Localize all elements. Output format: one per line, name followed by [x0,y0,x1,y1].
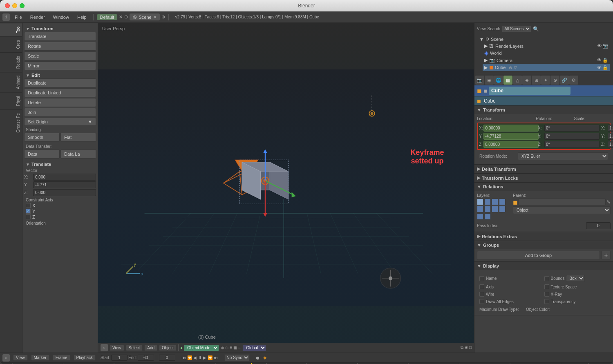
join-button[interactable]: Join [24,108,96,117]
scene-tab[interactable]: ◎ Scene ✕ [130,13,159,20]
layer-box-5[interactable] [477,206,483,212]
display-wire-checkbox[interactable] [479,292,484,297]
rot-y-input[interactable] [544,133,600,140]
parent-edit-icon[interactable]: ✎ [606,199,611,205]
loc-z-input[interactable] [483,141,539,148]
duplicate-button[interactable]: Duplicate [24,78,96,87]
step-fwd-icon[interactable]: ⏩ [208,355,213,360]
step-back-icon[interactable]: ⏪ [187,355,192,360]
pass-index-input[interactable] [586,222,611,229]
add-to-group-button[interactable]: Add to Group [477,251,600,260]
rotate-button[interactable]: Rotate [24,42,96,51]
add-group-plus-button[interactable]: + [602,251,611,260]
end-input[interactable] [138,355,154,361]
close-button[interactable] [5,3,10,8]
mirror-button[interactable]: Mirror [24,61,96,70]
transform-locks-header[interactable]: ▶ Transform Locks [474,174,613,182]
scale-z-input[interactable] [608,141,613,148]
texture-props-tab[interactable]: ⊞ [532,76,541,85]
scale-button[interactable]: Scale [24,51,96,60]
render-menu[interactable]: Render [27,14,48,20]
mesh-props-tab[interactable]: △ [513,76,522,85]
timeline-view-btn[interactable]: View [13,355,28,361]
smooth-button[interactable]: Smooth [24,133,60,142]
modifiers-props-tab[interactable]: ⚙ [569,76,578,85]
current-frame-input[interactable] [159,355,175,361]
relations-header[interactable]: ▼ Relations [474,183,613,191]
display-texture-checkbox[interactable] [544,284,549,289]
duplicate-linked-button[interactable]: Duplicate Linked [24,88,96,97]
layer-box-6[interactable] [484,206,491,212]
sidebar-tab-tool[interactable]: Too [0,23,22,36]
view-btn[interactable]: View [477,27,486,31]
scale-x-input[interactable] [608,125,613,132]
play-back-icon[interactable]: ◀ [193,355,197,360]
object-props-tab[interactable]: ▦ [503,76,512,85]
physics-props-tab[interactable]: ⊗ [550,76,559,85]
global-selector[interactable]: Global [242,344,266,351]
global-select[interactable]: Global [242,344,266,351]
display-axis-checkbox[interactable] [479,284,484,289]
maximize-button[interactable] [20,3,25,8]
sidebar-tab-relations[interactable]: Relatio [0,52,22,72]
parent-type-select[interactable]: Object [513,206,611,214]
layer-box-8[interactable] [499,206,506,212]
delete-button[interactable]: Delete [24,98,96,107]
loc-y-input[interactable] [483,133,539,140]
sidebar-tab-animation[interactable]: Animati [0,72,22,92]
sidebar-tab-physics[interactable]: Physi [0,92,22,109]
display-name-checkbox[interactable] [479,276,484,281]
traffic-lights[interactable] [5,3,25,8]
scene-props-tab[interactable]: ◉ [485,76,494,85]
timeline-marker-btn[interactable]: Marker [31,355,49,361]
world-props-tab[interactable]: 🌐 [494,76,503,85]
bounds-type-select[interactable]: Box [566,275,585,282]
rot-z-input[interactable] [544,141,600,148]
search-btn[interactable]: Search [488,27,501,31]
relations-extras-header[interactable]: ▶ Relations Extras [474,232,613,241]
constraint-x-checkbox[interactable] [26,203,31,208]
constraints-props-tab[interactable]: 🔗 [560,76,569,85]
layer-box-2[interactable] [484,199,491,205]
rotation-mode-select[interactable]: XYZ Euler [518,152,608,160]
search-icon[interactable]: 🔍 [533,26,539,32]
constraint-z-checkbox[interactable] [26,214,31,219]
data-la-button[interactable]: Data La [60,150,96,159]
layer-box-7[interactable] [492,206,498,212]
translate-button[interactable]: Translate [24,32,96,41]
parent-input[interactable] [519,199,606,205]
play-icon[interactable]: ▶ [203,355,206,360]
transform-prop-header[interactable]: ▼ Transform [474,106,613,114]
sidebar-tab-grease[interactable]: Grease Pe [0,109,22,136]
data-button[interactable]: Data [24,150,60,159]
sync-select[interactable]: No Sync [224,354,250,361]
viewport-object-btn[interactable]: Object [159,345,177,351]
viewport[interactable]: User Persp [98,23,474,353]
timeline-playback-btn[interactable]: Playback [74,355,96,361]
display-edges-checkbox[interactable] [479,299,484,304]
window-menu[interactable]: Window [50,14,72,20]
display-transparency-checkbox[interactable] [544,299,549,304]
viewport-select-btn[interactable]: Select [126,345,143,351]
z-input[interactable] [33,189,96,196]
display-header[interactable]: ▼ Display [474,262,613,270]
loc-x-input[interactable] [483,125,539,132]
set-origin-button[interactable]: Set Origin ▼ [24,118,96,126]
y-input[interactable] [33,181,96,188]
outliner-cube[interactable]: ▶ ◼ Cube ⊘ ▽ 👁 🔒 [483,64,610,71]
mode-selector[interactable]: ● Object Mode [180,344,219,351]
groups-header[interactable]: ▼ Groups [474,241,613,249]
viewport-view-btn[interactable]: View [110,345,124,351]
sidebar-tab-create[interactable]: Crea [0,36,22,52]
minimize-button[interactable] [12,3,17,8]
particles-props-tab[interactable]: ✦ [541,76,550,85]
outliner-scene[interactable]: ▼ ⊙ Scene [478,36,610,42]
timeline-frame-btn[interactable]: Frame [53,355,70,361]
render-props-tab[interactable]: 📷 [475,76,484,85]
rot-x-input[interactable] [544,125,600,132]
x-input[interactable] [33,174,96,181]
record-icon[interactable]: ⏺ [255,355,260,360]
jump-end-icon[interactable]: ⏭ [214,355,218,360]
delta-transform-header[interactable]: ▶ Delta Transform [474,165,613,173]
help-menu[interactable]: Help [74,14,90,20]
